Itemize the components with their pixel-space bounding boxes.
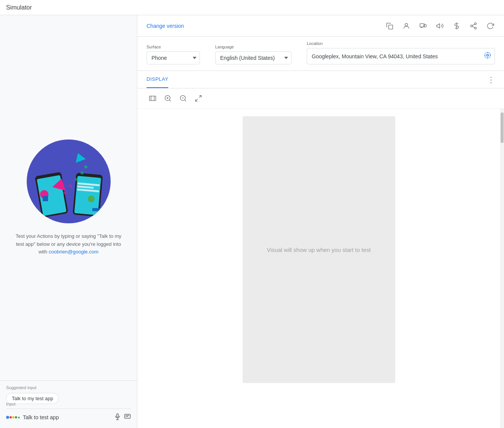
language-field: Language English (United States) English…: [215, 45, 291, 64]
display-area: DISPLAY ⋮: [137, 71, 504, 428]
phone-preview-area: Visual will show up when you start to te…: [137, 109, 500, 428]
svg-line-34: [199, 96, 201, 98]
surface-label: Surface: [147, 45, 200, 49]
svg-line-21: [472, 24, 475, 25]
fit-screen-icon[interactable]: [147, 92, 159, 104]
dots-decoration: [61, 159, 92, 197]
svg-point-17: [475, 22, 477, 24]
main-layout: Test your Actions by typing or saying "T…: [0, 15, 504, 428]
svg-line-20: [472, 26, 475, 27]
preview-placeholder-text: Visual will show up when you start to te…: [267, 247, 370, 253]
text-input-wrap: [23, 413, 111, 422]
left-panel-content: Test your Actions by typing or saying "T…: [0, 15, 137, 380]
copy-icon[interactable]: [385, 21, 394, 30]
scrollbar-track[interactable]: [500, 109, 504, 428]
location-label: Location: [307, 41, 495, 46]
svg-point-2: [75, 178, 78, 181]
svg-point-23: [485, 53, 491, 58]
surface-field: Surface Phone Smart Speaker Smart Displa…: [147, 45, 200, 64]
language-select[interactable]: English (United States) English (UK) Spa…: [215, 51, 291, 64]
svg-point-1: [69, 184, 72, 188]
dollar-icon[interactable]: [452, 21, 461, 30]
fullscreen-icon[interactable]: [192, 92, 204, 104]
svg-point-18: [471, 25, 473, 27]
display-toolbar: [137, 88, 504, 109]
tab-display[interactable]: DISPLAY: [147, 71, 168, 88]
svg-point-3: [81, 172, 84, 175]
volume-icon[interactable]: [435, 21, 444, 30]
svg-point-22: [487, 55, 489, 56]
location-input[interactable]: [312, 53, 481, 59]
svg-rect-14: [424, 24, 427, 27]
zoom-out-icon[interactable]: [177, 92, 189, 104]
display-content: Visual will show up when you start to te…: [137, 109, 504, 428]
svg-point-12: [405, 23, 408, 26]
zoom-in-icon[interactable]: [162, 92, 174, 104]
toolbar-icons: [385, 21, 495, 30]
svg-rect-5: [117, 414, 119, 417]
svg-rect-11: [389, 25, 393, 29]
settings-row: Surface Phone Smart Speaker Smart Displa…: [147, 41, 495, 64]
location-input-wrap: [307, 48, 495, 64]
chat-icon[interactable]: [124, 413, 131, 422]
google-assistant-icon[interactable]: ▾: [6, 415, 20, 420]
text-input[interactable]: [23, 413, 90, 422]
svg-point-0: [63, 191, 66, 194]
language-label: Language: [215, 45, 291, 49]
location-field: Location: [307, 41, 495, 64]
top-toolbar: Change version: [137, 15, 504, 37]
location-target-icon[interactable]: [484, 51, 491, 61]
suggested-chips: Talk to my test app: [6, 393, 131, 404]
blue-accent-decoration: [92, 208, 100, 211]
suggested-input-label: Suggested input: [6, 385, 131, 390]
dropdown-arrow-icon[interactable]: ▾: [18, 415, 20, 420]
phone-preview-frame: Visual will show up when you start to te…: [243, 116, 395, 383]
illustration-circle: [27, 139, 111, 223]
left-panel: Test your Actions by typing or saying "T…: [0, 15, 137, 428]
page-title: Simulator: [6, 4, 32, 11]
description-text: Test your Actions by typing or saying "T…: [15, 232, 122, 256]
more-options-icon[interactable]: ⋮: [487, 75, 495, 84]
svg-point-19: [475, 27, 477, 29]
svg-line-32: [185, 100, 186, 101]
svg-line-28: [169, 100, 171, 101]
surface-select[interactable]: Phone Smart Speaker Smart Display: [147, 51, 200, 64]
scrollbar-thumb[interactable]: [501, 112, 504, 143]
blue-square-decoration: [43, 196, 48, 201]
share-icon[interactable]: [469, 21, 478, 30]
input-container: Input ▾: [6, 409, 131, 422]
input-label: Input: [6, 402, 15, 406]
svg-marker-15: [437, 24, 440, 28]
email-highlight: coobrien@google.com: [49, 249, 98, 255]
account-icon[interactable]: [402, 21, 411, 30]
title-bar: Simulator: [0, 0, 504, 15]
left-panel-bottom: Suggested input Talk to my test app Inpu…: [0, 380, 137, 428]
refresh-icon[interactable]: [486, 21, 495, 30]
svg-rect-24: [150, 96, 156, 101]
svg-line-35: [196, 99, 198, 101]
right-panel: Change version: [137, 15, 504, 428]
display-tabs: DISPLAY ⋮: [137, 71, 504, 88]
devices-icon[interactable]: [419, 21, 428, 30]
mic-icon[interactable]: [114, 413, 121, 422]
change-version-link[interactable]: Change version: [147, 23, 184, 29]
input-row: ▾: [6, 409, 131, 422]
svg-point-4: [84, 165, 87, 168]
settings-bar: Surface Phone Smart Speaker Smart Displa…: [137, 37, 504, 71]
